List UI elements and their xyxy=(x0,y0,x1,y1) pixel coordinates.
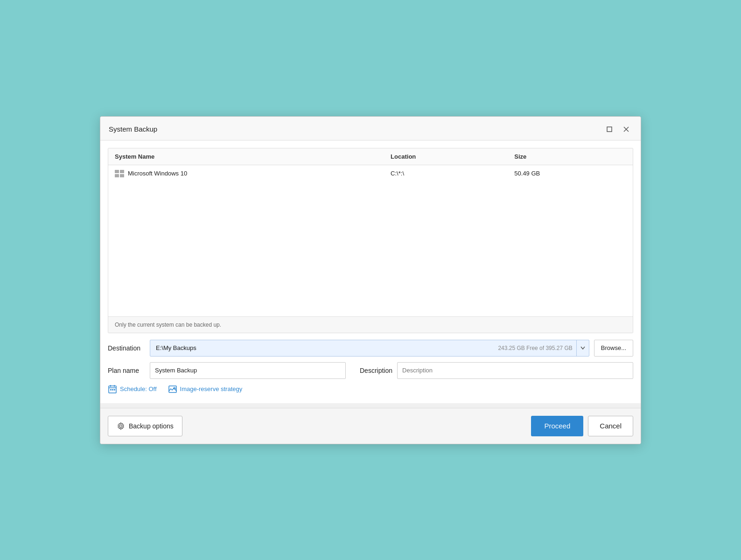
svg-point-16 xyxy=(119,425,122,427)
description-label: Description xyxy=(360,367,392,374)
svg-rect-11 xyxy=(110,389,112,391)
footer-right: Proceed Cancel xyxy=(531,416,633,436)
cancel-button[interactable]: Cancel xyxy=(588,416,633,436)
calendar-icon xyxy=(108,385,117,394)
dialog-footer: Backup options Proceed Cancel xyxy=(100,408,641,444)
gear-icon xyxy=(117,422,125,430)
table-row[interactable]: Microsoft Windows 10 C:\*:\ 50.49 GB xyxy=(108,165,633,182)
destination-field[interactable]: E:\My Backups 243.25 GB Free of 395.27 G… xyxy=(150,340,589,357)
spacer-row-4 xyxy=(108,232,633,249)
proceed-button[interactable]: Proceed xyxy=(531,416,583,436)
spacer-row-8 xyxy=(108,300,633,316)
maximize-icon xyxy=(607,126,612,132)
links-row: Schedule: Off Image-reserve strategy xyxy=(108,385,633,394)
destination-label: Destination xyxy=(108,344,145,352)
plan-name-row: Plan name Description xyxy=(108,362,633,379)
svg-rect-4 xyxy=(120,170,124,173)
spacer-row-2 xyxy=(108,199,633,216)
system-name-cell: Microsoft Windows 10 xyxy=(108,165,384,182)
svg-rect-0 xyxy=(607,127,612,132)
system-name-value: Microsoft Windows 10 xyxy=(128,170,187,177)
table-header-row: System Name Location Size xyxy=(108,148,633,165)
destination-free-space: 243.25 GB Free of 395.27 GB xyxy=(202,345,576,351)
spacer-row-3 xyxy=(108,216,633,232)
spacer-row-1 xyxy=(108,182,633,199)
description-input[interactable] xyxy=(397,362,633,379)
browse-button[interactable]: Browse... xyxy=(594,340,633,357)
backup-options-label: Backup options xyxy=(129,422,174,430)
location-cell: C:\*:\ xyxy=(384,165,508,182)
col-location: Location xyxy=(384,148,508,165)
systems-table: System Name Location Size xyxy=(108,148,633,316)
col-size: Size xyxy=(508,148,633,165)
schedule-label: Schedule: Off xyxy=(120,385,157,392)
schedule-link[interactable]: Schedule: Off xyxy=(108,385,157,394)
destination-row: Destination E:\My Backups 243.25 GB Free… xyxy=(108,340,633,357)
svg-rect-13 xyxy=(114,389,115,391)
dialog-window: System Backup System Name xyxy=(100,116,641,444)
col-system-name: System Name xyxy=(108,148,384,165)
destination-value: E:\My Backups xyxy=(150,344,202,351)
size-cell: 50.49 GB xyxy=(508,165,633,182)
destination-dropdown-button[interactable] xyxy=(576,340,589,356)
title-bar: System Backup xyxy=(100,117,641,140)
svg-rect-6 xyxy=(120,174,124,177)
maximize-button[interactable] xyxy=(603,123,615,135)
table-footer-note: Only the current system can be backed up… xyxy=(108,316,633,333)
plan-name-label: Plan name xyxy=(108,367,145,374)
dialog-body: System Name Location Size xyxy=(100,140,641,403)
image-reserve-label: Image-reserve strategy xyxy=(180,385,243,392)
svg-rect-3 xyxy=(115,170,119,173)
title-controls xyxy=(603,123,632,135)
svg-rect-12 xyxy=(112,389,113,391)
close-icon xyxy=(623,126,629,132)
windows-os-icon xyxy=(115,170,124,177)
backup-options-button[interactable]: Backup options xyxy=(108,416,182,436)
spacer-row-7 xyxy=(108,283,633,300)
image-reserve-icon xyxy=(168,385,177,394)
systems-table-container: System Name Location Size xyxy=(108,148,633,333)
spacer-row-6 xyxy=(108,266,633,283)
chevron-down-icon xyxy=(580,346,585,350)
plan-name-input[interactable] xyxy=(150,362,346,379)
image-reserve-link[interactable]: Image-reserve strategy xyxy=(168,385,243,394)
close-button[interactable] xyxy=(620,123,632,135)
spacer-row-5 xyxy=(108,249,633,266)
window-title: System Backup xyxy=(109,125,157,133)
form-area: Destination E:\My Backups 243.25 GB Free… xyxy=(108,333,633,394)
svg-rect-5 xyxy=(115,174,119,177)
